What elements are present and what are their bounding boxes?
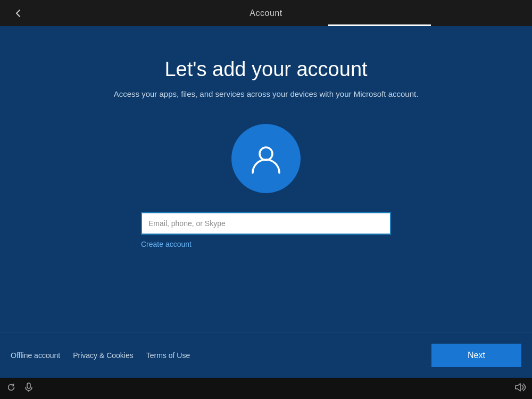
page-title: Let's add your account (164, 58, 367, 81)
svg-rect-1 (27, 383, 30, 388)
taskbar-left (6, 383, 33, 394)
offline-account-button[interactable]: Offline account (11, 351, 60, 360)
email-input[interactable] (141, 212, 391, 235)
refresh-icon[interactable] (6, 383, 16, 394)
terms-of-use-button[interactable]: Terms of Use (146, 351, 190, 360)
taskbar (0, 378, 532, 399)
bottom-bar: Offline account Privacy & Cookies Terms … (0, 332, 532, 378)
main-content: Let's add your account Access your apps,… (0, 26, 532, 332)
mic-icon[interactable] (24, 383, 33, 394)
topbar-title: Account (250, 9, 282, 18)
progress-bar-fill (328, 24, 431, 26)
input-wrapper: Create account (141, 212, 391, 248)
page-subtitle: Access your apps, files, and services ac… (114, 89, 419, 98)
top-bar: Account (0, 0, 532, 26)
back-button[interactable] (9, 4, 28, 23)
svg-point-0 (260, 147, 272, 160)
progress-bar (328, 24, 431, 26)
avatar (231, 124, 301, 193)
bottom-links: Offline account Privacy & Cookies Terms … (11, 351, 431, 360)
create-account-button[interactable]: Create account (141, 240, 192, 248)
next-button[interactable]: Next (431, 344, 521, 367)
privacy-cookies-button[interactable]: Privacy & Cookies (73, 351, 134, 360)
taskbar-right (515, 383, 526, 394)
user-icon (247, 140, 285, 177)
volume-icon[interactable] (515, 384, 526, 393)
